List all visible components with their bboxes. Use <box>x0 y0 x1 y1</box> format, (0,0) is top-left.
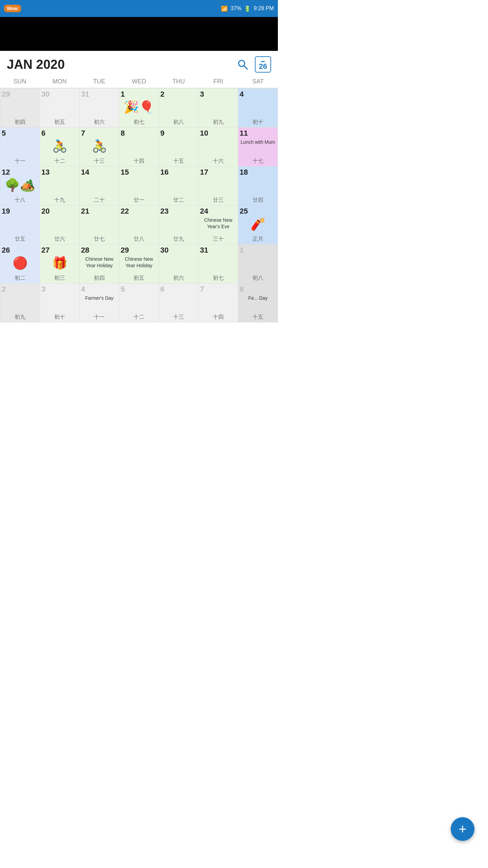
cell-lunar-date: 十一 <box>2 158 38 165</box>
cell-date-number: 6 <box>41 129 78 138</box>
cell-date-number: 7 <box>200 285 237 294</box>
cell-lunar-date: 十五 <box>160 158 197 165</box>
calendar-cell[interactable]: 17廿三 <box>199 166 238 205</box>
cell-emoji: 🧨 <box>240 217 276 231</box>
cell-date-number: 21 <box>81 207 118 216</box>
calendar-cell[interactable]: 31初七 <box>199 244 238 283</box>
cell-lunar-date: 初十 <box>41 314 78 321</box>
cell-lunar-date: 初八 <box>160 119 197 126</box>
calendar-cell[interactable]: 6十三 <box>159 283 199 322</box>
calendar-cell[interactable]: 27🎁初三 <box>40 244 80 283</box>
cell-date-number: 9 <box>160 129 197 138</box>
calendar-cell[interactable]: 3初九 <box>199 88 238 127</box>
cell-date-number: 1 <box>121 90 157 99</box>
calendar-cell[interactable]: 1🎉🎈初七 <box>119 88 159 127</box>
cell-date-number: 30 <box>41 90 78 99</box>
calendar-cell[interactable]: 2初九 <box>0 283 40 322</box>
calendar-cell[interactable]: 31初六 <box>80 88 119 127</box>
calendar-cell[interactable]: 3初十 <box>40 283 80 322</box>
calendar-cell[interactable]: 9十五 <box>159 127 199 166</box>
battery-level: 37% <box>230 5 241 12</box>
time-display: 9:28 PM <box>253 5 274 12</box>
cell-event-text: Chinese New Year's Eve <box>200 217 237 229</box>
calendar-cell[interactable]: 10十六 <box>199 127 238 166</box>
calendar-cell[interactable]: 7十四 <box>199 283 238 322</box>
cell-lunar-date: 十六 <box>200 158 237 165</box>
calendar-cell[interactable]: 29初四 <box>0 88 40 127</box>
calendar-cell[interactable]: 30初六 <box>159 244 199 283</box>
calendar-cell[interactable]: 11Lunch with Mum十七 <box>238 127 278 166</box>
cell-date-number: 5 <box>2 129 38 138</box>
calendar-cell[interactable]: 28Chinese New Year Holiday初四 <box>80 244 119 283</box>
cell-date-number: 14 <box>81 168 118 177</box>
cell-lunar-date: 十三 <box>81 158 118 165</box>
cell-lunar-date: 十九 <box>41 197 78 204</box>
cell-date-number: 10 <box>200 129 237 138</box>
calendar-cell[interactable]: 8十四 <box>119 127 159 166</box>
cell-lunar-date: 十五 <box>240 314 276 321</box>
calendar-cell[interactable]: 2初八 <box>159 88 199 127</box>
cell-date-number: 1 <box>240 246 276 255</box>
calendar-cell[interactable]: 29Chinese New Year Holiday初五 <box>119 244 159 283</box>
cell-date-number: 3 <box>41 285 78 294</box>
day-header-sat: SAT <box>238 75 278 88</box>
cell-date-number: 31 <box>200 246 237 255</box>
calendar-cell[interactable]: 4Farmer's Day十一 <box>80 283 119 322</box>
cell-lunar-date: 初四 <box>81 275 118 282</box>
battery-icon: 🔋 <box>244 5 251 12</box>
cell-lunar-date: 初六 <box>81 119 118 126</box>
cell-date-number: 11 <box>240 129 276 138</box>
cell-lunar-date: 廿二 <box>160 197 197 204</box>
cell-lunar-date: 廿七 <box>81 236 118 243</box>
calendar-cell[interactable]: 20廿六 <box>40 205 80 244</box>
calendar-cell[interactable]: 13十九 <box>40 166 80 205</box>
calendar-cell[interactable]: 7🚴十三 <box>80 127 119 166</box>
calendar-cell[interactable]: 18廿四 <box>238 166 278 205</box>
calendar-cell[interactable]: 24Chinese New Year's Eve三十 <box>199 205 238 244</box>
calendar-cell[interactable]: 21廿七 <box>80 205 119 244</box>
cell-date-number: 27 <box>41 246 78 255</box>
calendar-cell[interactable]: 30初五 <box>40 88 80 127</box>
cell-emoji: 🎁 <box>41 256 78 270</box>
black-bar <box>0 17 278 51</box>
cell-emoji: 🌳🏕️ <box>2 178 38 192</box>
today-button[interactable]: ▬ 26 <box>255 56 271 73</box>
calendar-grid: 29初四30初五31初六1🎉🎈初七2初八3初九4初十5十一6🚴十二7🚴十三8十四… <box>0 88 278 322</box>
cell-date-number: 13 <box>41 168 78 177</box>
cell-date-number: 18 <box>240 168 276 177</box>
day-header-thu: THU <box>159 75 199 88</box>
calendar-cell[interactable]: 8Fe... Day十五 <box>238 283 278 322</box>
wear-badge: Wear <box>4 5 21 12</box>
calendar-cell[interactable]: 14二十 <box>80 166 119 205</box>
calendar-cell[interactable]: 5十一 <box>0 127 40 166</box>
cell-lunar-date: 廿八 <box>121 236 157 243</box>
calendar-cell[interactable]: 16廿二 <box>159 166 199 205</box>
calendar-cell[interactable]: 23廿九 <box>159 205 199 244</box>
calendar-cell[interactable]: 25🧨正月 <box>238 205 278 244</box>
day-header-tue: TUE <box>79 75 119 88</box>
cell-date-number: 26 <box>2 246 38 255</box>
cell-event-text: Fe... Day <box>240 295 276 301</box>
calendar-cell[interactable]: 4初十 <box>238 88 278 127</box>
cell-lunar-date: 初九 <box>2 314 38 321</box>
calendar-header: JAN 2020 ▬ 26 <box>0 51 278 75</box>
calendar-cell[interactable]: 15廿一 <box>119 166 159 205</box>
calendar-cell[interactable]: 26🔴初二 <box>0 244 40 283</box>
cell-lunar-date: 初二 <box>2 275 38 282</box>
cell-lunar-date: 初六 <box>160 275 197 282</box>
calendar-cell[interactable]: 5十二 <box>119 283 159 322</box>
cell-lunar-date: 十四 <box>121 158 157 165</box>
calendar-cell[interactable]: 19廿五 <box>0 205 40 244</box>
cell-date-number: 3 <box>200 90 237 99</box>
cell-event-text: Chinese New Year Holiday <box>121 256 157 268</box>
cell-lunar-date: 正月 <box>240 236 276 243</box>
calendar-cell[interactable]: 22廿八 <box>119 205 159 244</box>
calendar-cell[interactable]: 1初八 <box>238 244 278 283</box>
cell-lunar-date: 二十 <box>81 197 118 204</box>
calendar-cell[interactable]: 6🚴十二 <box>40 127 80 166</box>
cell-lunar-date: 十二 <box>41 158 78 165</box>
search-button[interactable] <box>237 58 249 71</box>
status-bar-left: Wear <box>4 5 21 12</box>
cell-date-number: 25 <box>240 207 276 216</box>
calendar-cell[interactable]: 12🌳🏕️十八 <box>0 166 40 205</box>
